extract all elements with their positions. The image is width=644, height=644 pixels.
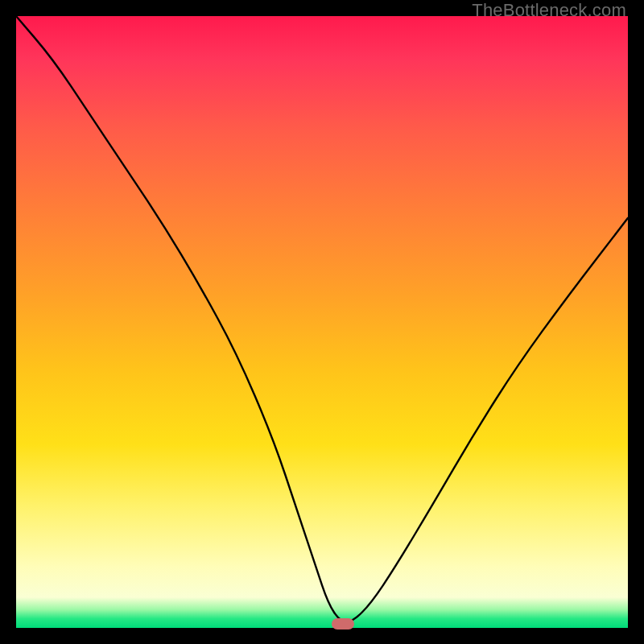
bottleneck-curve [16, 16, 628, 628]
chart-frame: TheBottleneck.com [0, 0, 644, 644]
plot-area [16, 16, 628, 628]
watermark-text: TheBottleneck.com [472, 0, 626, 21]
optimal-point-marker [332, 618, 354, 630]
